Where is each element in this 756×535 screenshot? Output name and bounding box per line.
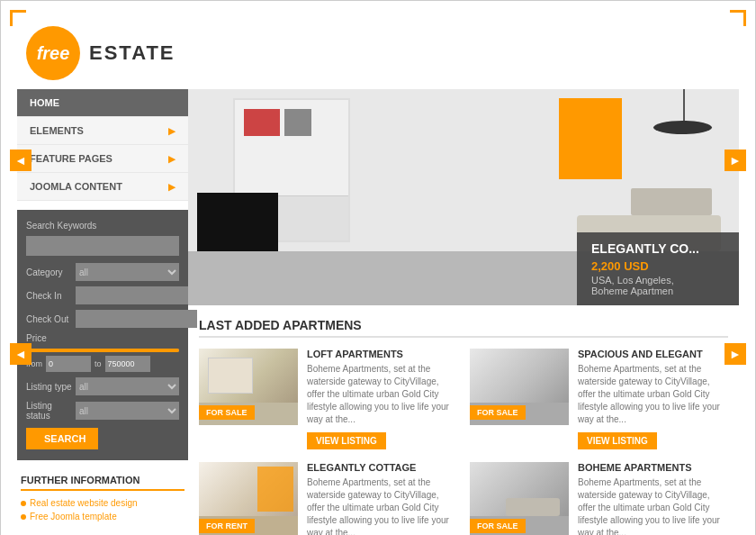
bracket-tr [730,10,746,26]
apt-badge-1: FOR SALE [470,405,526,420]
checkout-row: Check Out [26,310,179,328]
listing-status-label: Listing status [26,401,76,421]
hero-overlay: ELEGANTLY CO... 2,200 USD USA, Los Angel… [577,232,739,305]
apt-badge-2: FOR RENT [199,519,255,533]
search-keywords-input[interactable] [26,236,179,256]
nav-home[interactable]: HOME [17,89,188,117]
search-button[interactable]: SEARCH [26,428,98,449]
left-arrow-mid[interactable]: ◄ [10,343,32,365]
further-info: FURTHER INFORMATION Real estate website … [17,467,188,532]
apt-title-2: ELEGANTLY COTTAGE [307,462,457,473]
hero-property-title: ELEGANTLY CO... [591,241,724,256]
apt-btn-0[interactable]: VIEW LISTING [307,432,386,449]
nav-joomla-content[interactable]: JOOMLA CONTENT ▶ [17,173,188,201]
further-link-1[interactable]: Free Joomla template [21,512,184,521]
nav-home-label: HOME [30,97,59,108]
search-box: Search Keywords Category all Check In Ch… [17,210,188,460]
logo-text: free [37,43,70,64]
apt-btn-1[interactable]: VIEW LISTING [578,432,657,449]
category-select[interactable]: all [76,263,179,281]
further-link-0[interactable]: Real estate website design [21,498,184,508]
apt-title-3: BOHEME APARTMENTS [578,462,728,473]
checkin-input[interactable] [76,286,197,304]
bracket-tl [10,10,26,26]
apt-card-2: FOR RENT ELEGANTLY COTTAGE Boheme Apartm… [199,462,457,535]
apt-info-3: BOHEME APARTMENTS Boheme Apartments, set… [578,462,728,535]
hero-decor [284,109,311,136]
sidebar: HOME ELEMENTS ▶ FEATURE PAGES ▶ JOOMLA C… [17,89,188,535]
nav-joomla-arrow: ▶ [168,182,176,192]
last-added-section: LAST ADDED APARTMENS FOR SALE [188,305,739,535]
apt-desc-2: Boheme Apartments, set at the waterside … [307,476,457,535]
price-label: Price [26,333,179,343]
checkout-input[interactable] [76,310,197,328]
apt-img-2: FOR RENT [199,462,298,535]
apt-desc-0: Boheme Apartments, set at the waterside … [307,363,457,426]
right-arrow-mid[interactable]: ► [724,343,746,365]
hero-price: 2,200 USD [591,259,724,273]
to-label: to [94,359,102,368]
further-link-label-0: Real estate website design [30,498,138,508]
apartments-grid: FOR SALE LOFT APARTMENTS Boheme Apartmen… [199,349,728,535]
last-added-title: LAST ADDED APARTMENS [199,318,728,338]
category-row: Category all [26,263,179,281]
logo-circle: free [26,26,80,80]
nav-feature-arrow: ▶ [168,154,176,164]
apt-card-3: FOR SALE BOHEME APARTMENTS Boheme Apartm… [470,462,728,535]
nav-joomla-label: JOOMLA CONTENT [30,181,122,192]
apt-desc-1: Boheme Apartments, set at the waterside … [578,363,728,426]
listing-status-select[interactable]: all [76,402,179,420]
further-title: FURTHER INFORMATION [21,475,184,491]
apt-info-0: LOFT APARTMENTS Boheme Apartments, set a… [307,349,457,449]
hero-section: ELEGANTLY CO... 2,200 USD USA, Los Angel… [188,89,739,305]
nav-elements-label: ELEMENTS [30,125,84,136]
apt-img-1: FOR SALE [470,349,569,425]
further-dot-1 [21,514,26,520]
apt-badge-0: FOR SALE [199,405,255,420]
left-arrow-top[interactable]: ◄ [10,150,32,171]
checkout-label: Check Out [26,314,76,324]
nav-feature-pages[interactable]: FEATURE PAGES ▶ [17,145,188,173]
navigation: HOME ELEMENTS ▶ FEATURE PAGES ▶ JOOMLA C… [17,89,188,201]
main-layout: HOME ELEMENTS ▶ FEATURE PAGES ▶ JOOMLA C… [17,89,739,535]
hero-tv [197,193,278,251]
apt-badge-3: FOR SALE [470,519,526,533]
hero-chandelier-pole [683,89,685,125]
hero-chandelier [653,121,712,134]
nav-feature-pages-label: FEATURE PAGES [30,153,112,164]
hero-table [631,188,712,215]
apt-card-0: FOR SALE LOFT APARTMENTS Boheme Apartmen… [199,349,457,449]
apt-desc-3: Boheme Apartments, set at the waterside … [578,476,728,535]
listing-type-label: Listing type [26,382,76,392]
to-input[interactable] [105,356,150,372]
checkin-row: Check In [26,286,179,304]
checkin-label: Check In [26,291,76,301]
apt-img-3: FOR SALE [470,462,569,535]
apt-img-0: FOR SALE [199,349,298,425]
apt-title-1: SPACIOUS AND ELEGANT [578,349,728,359]
apt-info-2: ELEGANTLY COTTAGE Boheme Apartments, set… [307,462,457,535]
nav-elements-arrow: ▶ [168,126,176,136]
listing-type-row: Listing type all [26,377,179,395]
further-link-label-1: Free Joomla template [30,512,117,521]
main-content: ELEGANTLY CO... 2,200 USD USA, Los Angel… [188,89,739,535]
apt-info-1: SPACIOUS AND ELEGANT Boheme Apartments, … [578,349,728,449]
hero-orange-shelf [559,98,622,179]
header: free ESTATE [17,17,739,89]
hero-book [244,109,280,136]
from-input[interactable] [46,356,91,372]
price-range-row: from to [26,356,179,372]
price-slider-track[interactable] [26,349,179,352]
hero-location: USA, Los Angeles, [591,275,724,286]
listing-type-select[interactable]: all [76,377,179,395]
apt-card-1: FOR SALE SPACIOUS AND ELEGANT Boheme Apa… [470,349,728,449]
site-name: ESTATE [89,41,176,65]
page-wrapper: ◄ ◄ ► ► free ESTATE HOME ELEMENTS [0,0,756,535]
price-slider-fill [26,349,179,352]
nav-elements[interactable]: ELEMENTS ▶ [17,117,188,145]
inner-wrapper: free ESTATE HOME ELEMENTS ▶ FEATURE [17,17,739,535]
search-keywords-label: Search Keywords [26,221,179,231]
right-arrow-top[interactable]: ► [724,150,746,171]
hero-sub-location: Boheme Apartmen [591,286,724,296]
further-dot-0 [21,501,26,506]
